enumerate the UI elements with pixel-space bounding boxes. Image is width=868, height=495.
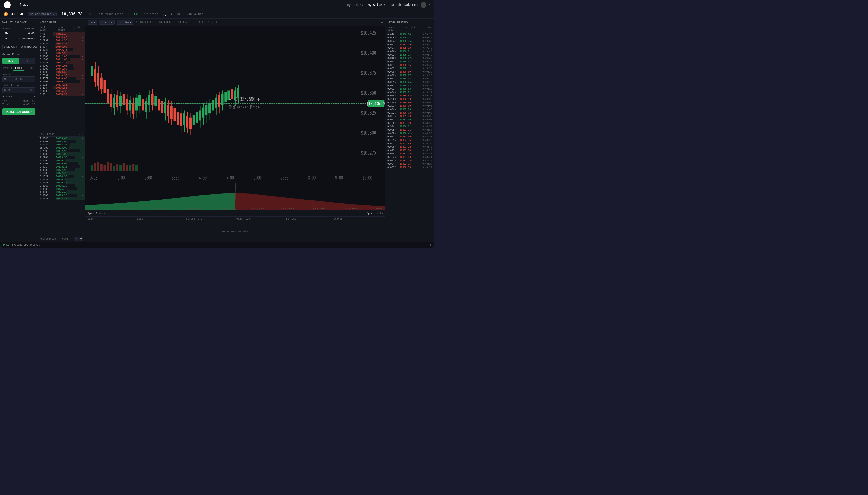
bid-row[interactable]: 0.0021 10324.50 - — [38, 197, 85, 200]
ask-price: 10344.35 — [54, 39, 68, 42]
tab-stop[interactable]: STOP — [24, 66, 35, 71]
tab-open-orders[interactable]: Open — [367, 212, 373, 215]
settings-icon[interactable]: ⚙ — [429, 243, 431, 246]
tab-fills[interactable]: Fills — [376, 212, 383, 215]
bid-row[interactable]: 25.300 10333.00 - — [38, 146, 85, 149]
amount-input[interactable]: Max 0.00 BTC — [2, 76, 35, 82]
ask-row[interactable]: 0.6100 10341.80 - — [38, 67, 85, 70]
nav-my-wallets[interactable]: My Wallets — [368, 3, 386, 6]
trade-direction-icon: ↘ — [411, 139, 412, 141]
ask-row[interactable]: 0.132 10337.35 - — [38, 83, 85, 86]
ask-row[interactable]: 0.7599 10340.35 - — [38, 73, 85, 77]
trade-history-row: 0.1821 10336.98 ↘ 9:49:02 — [386, 111, 434, 114]
trade-direction-icon: ↘ — [411, 149, 412, 151]
bid-row[interactable]: 0.1022 10326.50 - — [38, 175, 85, 178]
tab-market[interactable]: MARKET — [2, 66, 13, 71]
candle-chart-area[interactable]: $10,425 $10,400 $10,375 $10,350 $10,325 … — [85, 26, 385, 183]
overlay-selector[interactable]: Overlay ▾ — [117, 20, 133, 24]
svg-text:$10,400: $10,400 — [361, 50, 376, 56]
chart-navigate-right[interactable]: ▶ — [381, 21, 383, 24]
ask-row[interactable]: 3.000 10336.35 - — [38, 89, 85, 92]
bid-row[interactable]: 1.2904 10329.35 - — [38, 156, 85, 159]
trade-history-row: 0.011 10338.42 ↗ 9:49:20 — [386, 84, 434, 87]
svg-rect-98 — [199, 110, 201, 120]
svg-rect-58 — [135, 98, 137, 110]
bid-row[interactable]: 2.5100 10334.95 - — [38, 140, 85, 143]
bid-row[interactable]: 1.0000 10327.95 - — [38, 168, 85, 171]
max-label[interactable]: Max — [4, 78, 9, 81]
bid-row[interactable]: 0.0500 10325.75 - — [38, 187, 85, 190]
candle-chart-svg: $10,425 $10,400 $10,375 $10,350 $10,325 … — [85, 26, 385, 183]
order-book-title: Order Book — [38, 18, 85, 25]
bid-row[interactable]: 1.0000 10325.45 - — [38, 190, 85, 194]
ask-size: 1.0000 — [40, 71, 54, 73]
trade-price: 10338.42 ↗ — [399, 57, 420, 59]
bid-row[interactable]: 6.0000 10325.25 - — [38, 194, 85, 197]
trade-time: 9:49:06 — [420, 101, 432, 104]
buy-button[interactable]: BUY — [2, 58, 19, 64]
place-buy-order-button[interactable]: PLACE BUY ORDER — [2, 108, 35, 115]
trade-price: 10336.80 ↘ — [399, 104, 420, 107]
ask-row[interactable]: 2.0000 10341.95 - — [38, 64, 85, 67]
svg-rect-90 — [186, 116, 189, 127]
ask-row[interactable]: 1.4371 10340.00 - — [38, 77, 85, 80]
ask-row[interactable]: 3.14 10344.45 - — [38, 32, 85, 36]
main-content: Wallet Balance Asset Amount USD 0.00 BTC… — [0, 18, 434, 242]
ask-row[interactable]: 3.0000 10339.25 - — [38, 80, 85, 83]
ask-size: 1.4371 — [40, 77, 54, 80]
market-select[interactable]: Select Market ▾ — [28, 12, 56, 16]
aggregation-buttons: − + — [75, 237, 83, 241]
bid-row[interactable]: 0.0984 10333.50 - — [38, 143, 85, 146]
tab-limit[interactable]: LIMIT — [13, 66, 24, 71]
trade-price: 10332.95 ↘ — [399, 152, 420, 155]
trade-history-row: 0.007 10338.42 ↗ 9:45:35 — [386, 67, 434, 70]
open-orders-panel: Open Orders Open Fills Side Size Filled … — [85, 210, 385, 242]
ask-row[interactable]: 0.5922 10344.30 - — [38, 42, 85, 45]
ask-row[interactable]: 0.0688 10342.15 - — [38, 61, 85, 64]
ask-row[interactable]: 5.601 10336.30 - — [38, 92, 85, 96]
agg-increase-button[interactable]: + — [79, 237, 83, 241]
amount-label: Amount — [2, 73, 35, 76]
svg-rect-82 — [174, 108, 176, 121]
bid-row[interactable]: 4.0045 10335.05 - — [38, 137, 85, 140]
advanced-toggle[interactable]: Advanced ▾ — [2, 95, 35, 98]
bid-price: 10325.25 — [54, 194, 68, 197]
deposit-button[interactable]: ⊕ DEPOSIT — [2, 44, 18, 49]
app-logo[interactable]: C — [4, 1, 11, 8]
trade-direction-icon: ↘ — [411, 156, 412, 158]
nav-tab-trade[interactable]: Trade — [16, 1, 32, 8]
trade-direction-icon: ↗ — [411, 78, 412, 80]
ask-row[interactable]: 0.1000 10342.65 - — [38, 58, 85, 61]
agg-decrease-button[interactable]: − — [75, 237, 78, 241]
bid-row[interactable]: 0.6168 10326.30 - — [38, 184, 85, 187]
timeframe-selector[interactable]: 5m ▾ — [88, 20, 97, 24]
sell-button[interactable]: SELL — [19, 58, 35, 64]
bid-row[interactable]: 0.001 10328.15 - — [38, 165, 85, 168]
trade-history-row: 0.005 10333.00 ↘ 9:48:53 — [386, 135, 434, 138]
limit-price-input[interactable]: 0.00 USD — [2, 87, 35, 93]
bid-row[interactable]: 0.0999 10329.25 - — [38, 159, 85, 162]
svg-rect-131 — [116, 164, 118, 171]
chart-type-selector[interactable]: Candle ▾ — [99, 20, 115, 24]
ask-row[interactable]: 2.0000 10342.85 - — [38, 55, 85, 58]
ask-row[interactable]: 0.1100 10342.90 - — [38, 51, 85, 55]
withdraw-button[interactable]: ⊕ WITHDRAW — [20, 44, 38, 49]
bid-row[interactable]: 3.0000 10331.00 - — [38, 153, 85, 156]
ask-row[interactable]: 1.007 10344.00 - — [38, 45, 85, 48]
bid-row[interactable]: 0.100 10327.25 - — [38, 171, 85, 175]
ask-row[interactable]: 1.0000 10340.65 - — [38, 70, 85, 73]
user-dropdown-icon[interactable]: ▾ — [428, 3, 430, 6]
ask-row[interactable]: 0.2999 10344.35 - — [38, 39, 85, 42]
bid-row[interactable]: 0.0023 10326.40 - — [38, 181, 85, 184]
ask-row[interactable]: 1.0047 10343.75 - — [38, 48, 85, 51]
nav-my-orders[interactable]: My Orders — [347, 3, 363, 6]
ask-row[interactable]: 0.01 10344.40 - — [38, 36, 85, 39]
svg-rect-106 — [212, 100, 214, 110]
ask-row[interactable]: 2.414 10336.55 - — [38, 86, 85, 89]
volume-currency: BTC — [177, 13, 182, 16]
trade-direction-icon: ↗ — [411, 84, 412, 86]
bid-row[interactable]: 3.0268 10329.00 - — [38, 162, 85, 165]
svg-text:$10,325: $10,325 — [361, 109, 376, 116]
bid-row[interactable]: 0.7599 10332.90 - — [38, 149, 85, 153]
bid-row[interactable]: 0.0037 10326.45 - — [38, 178, 85, 181]
